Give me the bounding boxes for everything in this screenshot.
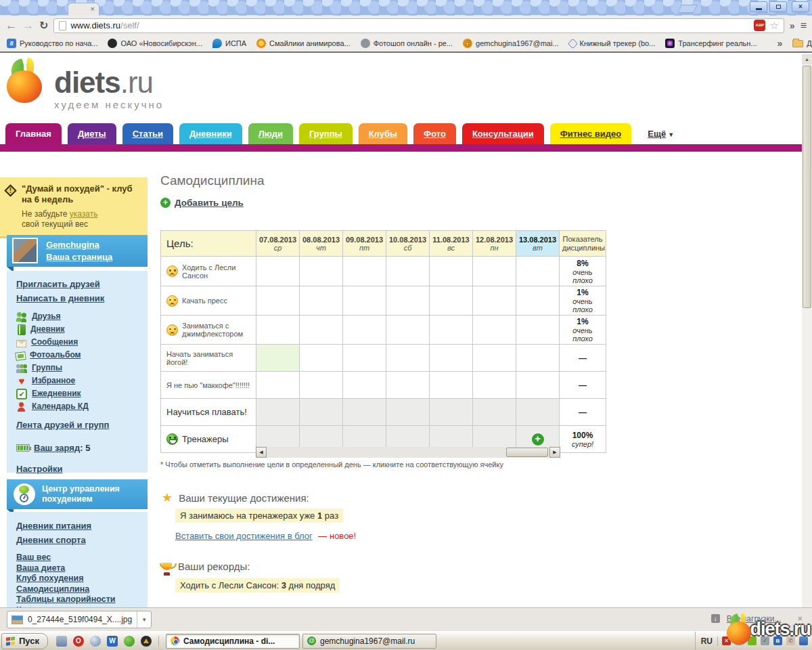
goal-day-cell[interactable] [516, 372, 560, 399]
add-goal-link[interactable]: Добавить цель [175, 198, 244, 208]
your-diet-link[interactable]: Ваша диета [16, 563, 142, 574]
weightloss-club-link[interactable]: Клуб похудения [16, 573, 142, 584]
other-bookmarks-folder[interactable]: Другие закладки [792, 39, 812, 47]
site-logo[interactable]: diets.ru худеем нескучно [7, 58, 164, 110]
invite-friends-link[interactable]: Пригласить друзей [16, 277, 142, 291]
restore-button[interactable] [769, 1, 787, 12]
sidebar-item-favorites[interactable]: ♥Избранное [16, 374, 142, 387]
calorie-tables-link[interactable]: Таблицы калорийности [16, 594, 142, 605]
toolbar-overflow-icon[interactable]: » [790, 20, 795, 31]
nav-tab-kluby[interactable]: Клубы [359, 123, 407, 144]
goal-day-cell[interactable] [300, 399, 343, 426]
goal-day-cell[interactable] [300, 316, 343, 345]
goal-day-cell[interactable] [516, 286, 560, 316]
scroll-up-icon[interactable]: ▲ [802, 54, 812, 64]
tab-close-icon[interactable]: × [91, 5, 95, 14]
forward-icon[interactable]: → [22, 19, 34, 32]
friends-feed-link[interactable]: Лента друзей и групп [16, 418, 142, 432]
sidebar-item-groups[interactable]: Группы [16, 362, 142, 374]
goal-day-cell[interactable] [386, 286, 430, 316]
reload-icon[interactable]: ↻ [39, 19, 48, 32]
self-discipline-link[interactable]: Самодисциплина [16, 584, 142, 595]
goal-day-cell[interactable] [256, 345, 300, 372]
back-icon[interactable]: ← [5, 19, 17, 32]
start-button[interactable]: Пуск [1, 633, 48, 649]
scroll-right-icon[interactable]: ▶ [549, 447, 560, 458]
sport-diary-link[interactable]: Дневник спорта [16, 533, 142, 547]
quicklaunch-green-icon[interactable] [124, 636, 135, 647]
sidebar-item-planner[interactable]: ✔Ежедневник [16, 387, 142, 400]
nav-tab-gruppy[interactable]: Группы [299, 123, 353, 144]
username-link[interactable]: Gemchugina [46, 240, 99, 250]
goal-day-cell[interactable] [300, 345, 343, 372]
your-page-link[interactable]: Ваша страница [46, 252, 112, 262]
goal-day-cell[interactable] [386, 372, 430, 399]
goal-day-cell[interactable] [430, 257, 473, 286]
goal-day-cell[interactable] [473, 372, 516, 399]
nav-tab-fitnes-video[interactable]: Фитнес видео [550, 123, 632, 144]
task-button-browser[interactable]: Самодисциплина - di... [166, 634, 300, 649]
bookmark-item[interactable]: Книжный трекер (bo... [569, 39, 656, 47]
goal-day-cell[interactable] [386, 399, 430, 426]
goal-day-cell[interactable] [386, 345, 430, 372]
goal-day-cell[interactable] [473, 316, 516, 345]
close-button[interactable]: × [792, 1, 809, 12]
new-tab-button[interactable] [677, 5, 698, 13]
goal-day-cell[interactable] [343, 316, 386, 345]
download-caret-icon[interactable]: ▼ [137, 611, 147, 628]
nav-tab-glavnaya[interactable]: Главная [5, 123, 62, 144]
nav-tab-lyudi[interactable]: Люди [248, 123, 293, 144]
goal-day-cell[interactable] [386, 316, 430, 345]
scrollbar-thumb[interactable] [803, 66, 811, 308]
goal-day-cell[interactable] [343, 399, 386, 426]
language-indicator[interactable]: RU [701, 636, 718, 646]
quicklaunch-w-icon[interactable]: W [107, 636, 118, 647]
tray-usb-icon[interactable]: ✔ [761, 636, 769, 645]
goal-day-cell[interactable] [343, 345, 386, 372]
page-vertical-scrollbar[interactable]: ▲ [802, 54, 812, 607]
sidebar-item-diary[interactable]: Дневник [16, 323, 142, 336]
goal-day-cell[interactable] [430, 286, 473, 316]
goal-day-cell[interactable] [473, 345, 516, 372]
scroll-left-icon[interactable]: ◀ [256, 447, 267, 458]
goal-day-cell[interactable] [473, 257, 516, 286]
download-item[interactable]: 0_27444e_519f0494_X....jpg ▼ [7, 611, 152, 628]
goal-day-cell[interactable] [516, 257, 560, 286]
nav-tab-dnevniki[interactable]: Дневники [179, 123, 242, 144]
goal-day-cell[interactable] [343, 286, 386, 316]
bookmark-item[interactable]: Смайлики анимирова... [256, 39, 351, 48]
write-diary-link[interactable]: Написать в дневник [16, 291, 142, 305]
goal-day-cell[interactable] [430, 345, 473, 372]
goal-day-cell[interactable] [430, 316, 473, 345]
your-weight-link[interactable]: Ваш вес [16, 552, 142, 563]
nav-tab-stati[interactable]: Статьи [122, 123, 173, 144]
downloads-close-icon[interactable]: × [797, 613, 803, 624]
tray-phone-icon[interactable]: ✆ [786, 636, 795, 645]
tray-flag-icon[interactable]: ✕ [722, 636, 731, 645]
specify-weight-link[interactable]: указать [70, 209, 98, 219]
goal-day-cell[interactable] [300, 286, 343, 316]
avatar[interactable] [12, 238, 38, 263]
bookmark-item[interactable]: Трансерфинг реальн... [665, 39, 757, 48]
browser-tab[interactable]: × [68, 3, 99, 16]
nav-tab-foto[interactable]: Фото [413, 123, 456, 144]
quicklaunch-opera-icon[interactable]: O [73, 636, 84, 647]
browser-menu-icon[interactable]: ≡ [800, 20, 807, 32]
nav-tab-more[interactable]: Ещё▼ [637, 123, 684, 144]
goal-day-cell[interactable] [256, 316, 300, 345]
goal-day-cell[interactable] [256, 399, 300, 426]
insert-achievements-blog-link[interactable]: Вставить свои достижения в блог [175, 531, 313, 541]
scrollbar-thumb[interactable] [506, 448, 548, 457]
all-downloads-link[interactable]: Все загрузки... [727, 614, 782, 624]
table-horizontal-scrollbar[interactable]: ◀ ▶ [256, 447, 560, 458]
goal-day-cell[interactable] [300, 257, 343, 286]
sidebar-item-photoalbum[interactable]: Фотоальбом [16, 349, 142, 362]
url-text[interactable]: www.diets.ru/self/ [70, 20, 139, 30]
nav-tab-diety[interactable]: Диеты [68, 123, 116, 144]
goal-day-cell[interactable] [256, 286, 300, 316]
settings-link[interactable]: Настройки [16, 462, 142, 476]
goal-day-cell[interactable] [473, 399, 516, 426]
goal-day-cell[interactable] [256, 372, 300, 399]
goal-day-cell[interactable] [343, 257, 386, 286]
adblock-icon[interactable]: ABP [754, 20, 765, 31]
